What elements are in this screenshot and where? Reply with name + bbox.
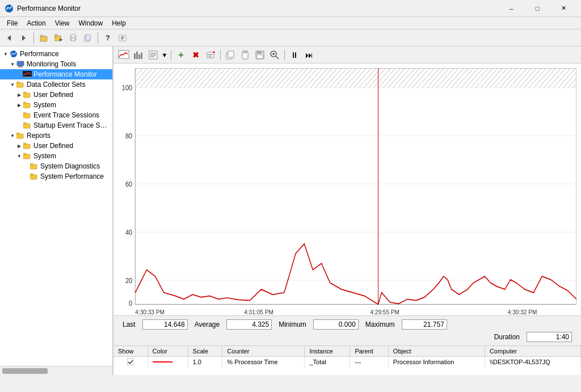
close-button[interactable]: ✕ [550,0,576,17]
save-button[interactable] [253,48,267,62]
system-performance-label: System Performance [40,172,104,180]
tree-event-trace[interactable]: ▶ Event Trace Sessions [0,110,112,120]
et-icon [23,111,32,120]
pause-button[interactable]: ⏸ [288,48,301,62]
cell-computer: \\DESKTOP-4L537JQ [485,356,580,368]
toggle-dcs[interactable]: ▼ [9,81,16,88]
ud2-icon [23,141,32,150]
tree-panel: ▼ Performance ▼ [0,47,113,366]
app-icon [5,4,14,13]
cell-scale: 1.0 [188,356,222,368]
svg-rect-69 [118,68,576,315]
svg-rect-39 [23,153,26,155]
tree-performance-monitor[interactable]: ▶ Performance Monitor [0,69,112,79]
menu-action[interactable]: Action [22,18,50,28]
svg-marker-2 [22,35,26,41]
col-object: Object [388,346,485,356]
report-view-button[interactable] [146,48,160,62]
cell-counter: % Processor Time [222,356,305,368]
export-button[interactable] [81,31,95,45]
svg-rect-13 [86,35,90,40]
menu-view[interactable]: View [50,18,74,28]
user-defined-1-label: User Defined [33,91,73,99]
menu-bar: File Action View Window Help [0,17,581,29]
title-bar: Performance Monitor – □ ✕ [0,0,581,17]
svg-line-66 [276,56,279,59]
svg-text:4:29:55 PM: 4:29:55 PM [370,308,399,315]
toggle-sys1[interactable]: ▶ [16,102,23,108]
col-parent: Parent [350,346,388,356]
svg-rect-27 [23,92,26,94]
tree-monitoring-tools[interactable]: ▼ Monitoring Tools [0,59,112,69]
sperf-icon [30,172,39,181]
toggle-ud1[interactable]: ▶ [16,91,23,98]
color-line [153,359,183,365]
tree-root-performance[interactable]: ▼ Performance [0,49,112,59]
col-show: Show [113,346,148,356]
scrollbar-thumb[interactable] [2,368,48,374]
svg-text:0: 0 [129,299,133,307]
table-row[interactable]: 1.0 % Processor Time _Total --- Processo… [113,356,581,368]
maximize-button[interactable]: □ [524,0,550,17]
print-button[interactable] [66,31,80,45]
histogram-view-button[interactable] [132,48,145,62]
forward-button[interactable] [17,31,31,45]
back-button[interactable] [2,31,16,45]
main-toolbar: ? [0,29,581,47]
properties-button[interactable] [116,31,129,45]
tree-system-1[interactable]: ▶ System [0,100,112,110]
svg-text:4:31:05 PM: 4:31:05 PM [244,308,273,315]
toggle-ud2[interactable]: ▶ [16,142,23,149]
system-2-label: System [33,152,56,160]
performance-label: Performance [20,50,59,58]
stats-section: Last 14.648 Average 4.325 Minimum 0.000 … [113,315,581,345]
copy-button[interactable] [224,48,237,62]
toggle-reports[interactable]: ▼ [9,132,16,139]
tree-startup-event[interactable]: ▶ Startup Event Trace Sess... [0,120,112,130]
toggle-sys2[interactable]: ▼ [16,153,23,159]
next-button[interactable]: ⏭ [302,48,316,62]
svg-text:40: 40 [125,228,133,237]
user-defined-2-label: User Defined [33,142,73,150]
show-checkbox[interactable] [118,359,143,365]
view-dropdown[interactable]: ▼ [161,48,168,62]
open-button[interactable] [37,31,50,45]
tree-system-2[interactable]: ▼ System [0,151,112,161]
cell-parent: --- [350,356,388,368]
tree-data-collector-sets[interactable]: ▼ Data Collector Sets [0,79,112,90]
add-counter-button[interactable]: + [174,48,188,62]
maximum-value: 21.757 [402,319,447,330]
menu-help[interactable]: Help [107,18,130,28]
svg-text:100: 100 [122,83,133,92]
minimize-button[interactable]: – [498,0,524,17]
svg-rect-46 [136,52,138,59]
col-computer: Computer [485,346,580,356]
tree-user-defined-2[interactable]: ▶ User Defined [0,141,112,151]
tree-system-performance[interactable]: ▶ System Performance [0,171,112,182]
se-icon [23,121,32,130]
help-button[interactable]: ? [101,31,115,45]
tree-user-defined-1[interactable]: ▶ User Defined [0,90,112,100]
svg-text:4:30:33 PM: 4:30:33 PM [135,308,165,315]
col-instance: Instance [305,346,350,356]
monitoring-icon [16,60,25,69]
delete-counter-button[interactable]: ✖ [189,48,203,62]
chart-view-button[interactable] [117,48,130,62]
data-collector-sets-label: Data Collector Sets [27,81,85,88]
menu-window[interactable]: Window [74,18,108,28]
paste-button[interactable] [238,48,252,62]
left-scrollbar[interactable] [0,366,112,375]
svg-text:4:30:32 PM: 4:30:32 PM [508,308,537,315]
new-folder-button[interactable] [52,31,65,45]
toggle-performance[interactable]: ▼ [2,50,9,57]
svg-rect-90 [127,359,134,365]
tree-reports[interactable]: ▼ Reports [0,130,112,141]
sys2-icon [23,151,32,161]
svg-rect-45 [134,53,136,59]
toggle-monitoring[interactable]: ▼ [9,61,16,68]
zoom-button[interactable] [268,48,281,62]
system-diagnostics-label: System Diagnostics [40,162,100,170]
tree-system-diagnostics[interactable]: ▶ System Diagnostics [0,161,112,171]
counter-properties-button[interactable] [204,48,217,62]
menu-file[interactable]: File [2,18,22,28]
